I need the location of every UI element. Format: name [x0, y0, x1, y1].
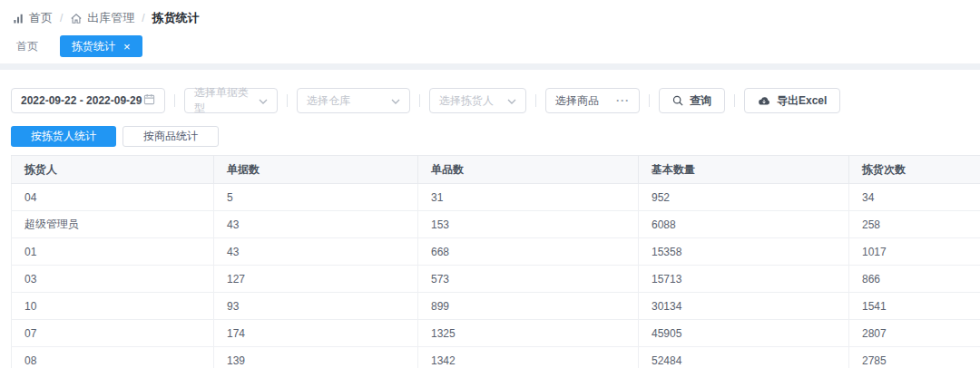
table-cell: 866 [849, 266, 980, 293]
breadcrumb-separator: / [60, 12, 63, 24]
page-title: 拣货统计 [152, 10, 200, 26]
search-button-label: 查询 [690, 93, 711, 109]
close-icon[interactable]: × [123, 41, 131, 53]
tab-bar: 首页 拣货统计 × [0, 34, 980, 58]
picker-placeholder: 选择拣货人 [439, 93, 494, 109]
table-cell: 258 [849, 211, 980, 238]
table-cell: 127 [214, 266, 418, 293]
table-cell: 174 [214, 320, 418, 347]
view-toggle: 按拣货人统计 按商品统计 [11, 126, 969, 147]
date-range-value: 2022-09-22 - 2022-09-29 [21, 94, 142, 107]
column-header-pick-times: 拣货次数 [849, 156, 980, 184]
table-cell: 93 [214, 293, 418, 320]
table-cell: 45905 [639, 320, 849, 347]
ellipsis-icon: ··· [616, 94, 630, 107]
table-cell: 52484 [639, 347, 849, 368]
table-cell: 1342 [418, 347, 639, 368]
table-cell: 34 [849, 184, 980, 211]
table-cell: 43 [214, 211, 418, 238]
table-row: 0143668153581017 [12, 238, 980, 266]
tab-label: 拣货统计 [72, 39, 115, 54]
table-cell: 07 [12, 320, 214, 347]
table-cell: 04 [12, 184, 214, 211]
table-cell: 08 [12, 347, 214, 368]
date-range-input[interactable]: 2022-09-22 - 2022-09-29 [11, 88, 165, 113]
table-cell: 15358 [639, 238, 849, 266]
table-row: 超级管理员431536088258 [12, 211, 980, 238]
breadcrumb-item-label: 首页 [29, 10, 53, 26]
breadcrumb-separator: / [142, 12, 144, 24]
table-row: 081391342524842785 [12, 347, 980, 368]
chevron-down-icon [507, 94, 516, 107]
table-cell: 952 [639, 184, 849, 211]
main-content: 2022-09-22 - 2022-09-29 选择单据类型 选择仓库 选择拣货… [0, 70, 980, 368]
table-header-row: 拣货人 单据数 单品数 基本数量 拣货次数 [12, 156, 980, 184]
chevron-down-icon [391, 94, 400, 107]
table-cell: 573 [418, 266, 639, 293]
cloud-download-icon [758, 96, 770, 106]
table-row: 1093899301341541 [12, 293, 980, 320]
table-cell: 6088 [639, 211, 849, 238]
breadcrumb-item-current: 拣货统计 [152, 10, 200, 26]
filter-divider [287, 94, 288, 107]
doc-type-select[interactable]: 选择单据类型 [184, 88, 278, 113]
page-divider [0, 63, 980, 70]
table-cell: 03 [12, 266, 214, 293]
table-cell: 668 [418, 238, 639, 266]
table-cell: 1017 [849, 238, 980, 266]
tab-home[interactable]: 首页 [9, 39, 45, 54]
table-cell: 超级管理员 [12, 211, 214, 238]
table-cell: 31 [418, 184, 639, 211]
filter-divider [535, 94, 536, 107]
search-icon [672, 95, 683, 106]
table-cell: 01 [12, 238, 214, 266]
breadcrumb-item-label: 出库管理 [87, 10, 134, 26]
picker-select[interactable]: 选择拣货人 [429, 88, 526, 113]
table-row: 0453195234 [12, 184, 980, 211]
table-cell: 899 [418, 293, 639, 320]
filter-bar: 2022-09-22 - 2022-09-29 选择单据类型 选择仓库 选择拣货… [11, 88, 969, 113]
table-cell: 5 [214, 184, 418, 211]
filter-divider [734, 94, 735, 107]
export-excel-label: 导出Excel [777, 93, 827, 109]
table-cell: 2785 [849, 347, 980, 368]
table-row: 0312757315713866 [12, 266, 980, 293]
table-row: 071741325459052807 [12, 320, 980, 347]
table-body: 0453195234超级管理员4315360882580143668153581… [12, 184, 980, 368]
column-header-picker: 拣货人 [12, 156, 214, 184]
toggle-by-picker[interactable]: 按拣货人统计 [11, 126, 116, 147]
warehouse-placeholder: 选择仓库 [307, 93, 350, 109]
column-header-doc-count: 单据数 [214, 156, 418, 184]
table-cell: 2807 [849, 320, 980, 347]
warehouse-select[interactable]: 选择仓库 [297, 88, 410, 113]
filter-divider [174, 94, 175, 107]
breadcrumb-item-outbound[interactable]: 出库管理 [70, 10, 134, 26]
table-cell: 15713 [639, 266, 849, 293]
calendar-icon [143, 93, 155, 108]
filter-divider [649, 94, 650, 107]
table-cell: 153 [418, 211, 639, 238]
search-button[interactable]: 查询 [659, 88, 725, 113]
stats-table: 拣货人 单据数 单品数 基本数量 拣货次数 0453195234超级管理员431… [11, 155, 980, 368]
export-excel-button[interactable]: 导出Excel [744, 88, 840, 113]
column-header-base-qty: 基本数量 [639, 156, 849, 184]
table-cell: 1325 [418, 320, 639, 347]
toggle-by-product[interactable]: 按商品统计 [122, 126, 219, 147]
product-select[interactable]: 选择商品 ··· [545, 88, 640, 113]
table-cell: 139 [214, 347, 418, 368]
home-icon [70, 13, 83, 24]
tab-picking-stats[interactable]: 拣货统计 × [60, 35, 142, 57]
table-cell: 30134 [639, 293, 849, 320]
doc-type-placeholder: 选择单据类型 [194, 85, 259, 116]
stats-icon [13, 13, 24, 24]
column-header-sku-count: 单品数 [418, 156, 639, 184]
stats-table-wrap: 拣货人 单据数 单品数 基本数量 拣货次数 0453195234超级管理员431… [11, 155, 969, 368]
chevron-down-icon [259, 94, 268, 107]
product-placeholder: 选择商品 [555, 93, 599, 109]
breadcrumb: 首页 / 出库管理 / 拣货统计 [0, 0, 980, 31]
table-cell: 43 [214, 238, 418, 266]
filter-divider [419, 94, 420, 107]
breadcrumb-item-home[interactable]: 首页 [13, 10, 53, 26]
table-cell: 10 [12, 293, 214, 320]
table-cell: 1541 [849, 293, 980, 320]
